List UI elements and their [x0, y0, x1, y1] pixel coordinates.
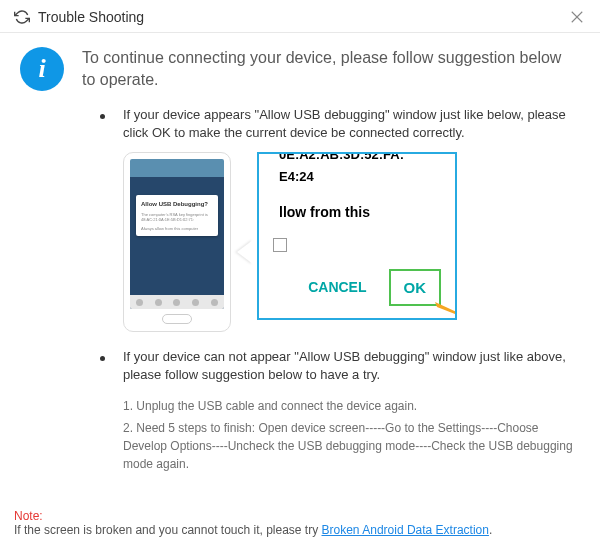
broken-android-link[interactable]: Broken Android Data Extraction: [322, 523, 489, 537]
titlebar: Trouble Shooting: [0, 0, 600, 33]
bullet-dot: [100, 356, 105, 361]
arrow-icon: [433, 292, 457, 320]
fingerprint-line2: E4:24: [257, 166, 457, 188]
bullet-2-text: If your device can not appear "Allow USB…: [123, 348, 574, 384]
bullet-item-2: If your device can not appear "Allow USB…: [100, 348, 574, 476]
illustration: Allow USB Debugging? The computer's RSA …: [123, 152, 574, 332]
title-left: Trouble Shooting: [14, 9, 144, 25]
phone-dialog-line3: Always allow from this computer: [141, 226, 213, 231]
phone-dialog-line2: 48:AC:21:0A:1E:5B:D1:02:71:: [141, 217, 213, 222]
window-title: Trouble Shooting: [38, 9, 144, 25]
bullet-list: If your device appears "Allow USB debugg…: [100, 106, 574, 477]
step-2: 2. Need 5 steps to finish: Open device s…: [123, 419, 574, 473]
fingerprint-line1: 0E:A2:AB:3D:52:FA:: [257, 152, 457, 166]
phone-dialog-title: Allow USB Debugging?: [141, 200, 213, 208]
note-label: Note:: [14, 509, 586, 523]
phone-mockup: Allow USB Debugging? The computer's RSA …: [123, 152, 231, 332]
allow-text: llow from this: [257, 189, 457, 229]
checkbox-icon: [273, 238, 287, 252]
note-text: If the screen is broken and you cannot t…: [14, 523, 322, 537]
content-area: i To continue connecting your device, pl…: [0, 33, 600, 477]
zoom-dialog: 0E:A2:AB:3D:52:FA: E4:24 llow from this …: [257, 152, 457, 320]
close-icon[interactable]: [568, 8, 586, 26]
refresh-icon: [14, 9, 30, 25]
bullet-dot: [100, 114, 105, 119]
substeps: 1. Unplug the USB cable and connect the …: [123, 397, 574, 473]
home-button-icon: [162, 314, 192, 324]
header-row: i To continue connecting your device, pl…: [20, 47, 574, 92]
svg-marker-2: [435, 302, 457, 320]
step-1: 1. Unplug the USB cable and connect the …: [123, 397, 574, 415]
footer-note: Note: If the screen is broken and you ca…: [14, 509, 586, 537]
main-instruction: To continue connecting your device, plea…: [82, 47, 574, 92]
bullet-item-1: If your device appears "Allow USB debugg…: [100, 106, 574, 332]
bullet-1-text: If your device appears "Allow USB debugg…: [123, 106, 574, 142]
callout-pointer-icon: [237, 240, 253, 264]
phone-dialog-line1: The computer's RSA key fingerprint is: [141, 212, 213, 217]
info-icon: i: [20, 47, 64, 91]
cancel-button: CANCEL: [308, 278, 366, 298]
